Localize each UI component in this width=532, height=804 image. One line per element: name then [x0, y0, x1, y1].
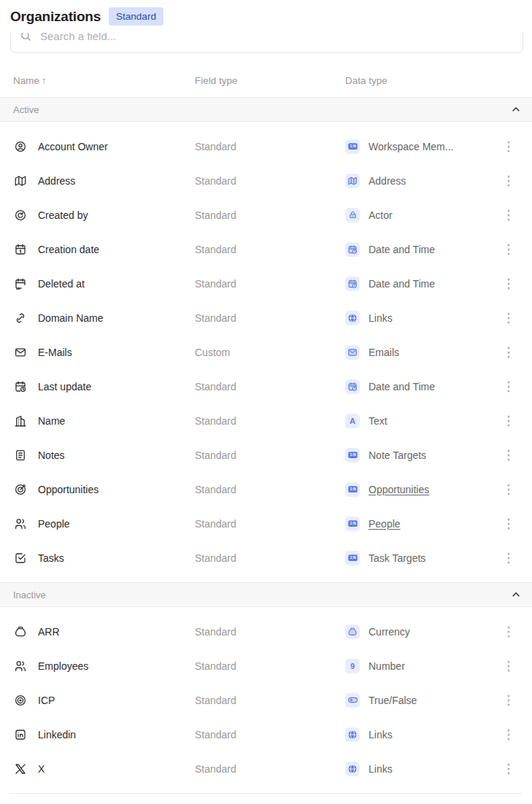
column-header-field-type: Field type: [195, 75, 238, 86]
dots-vertical-icon: [507, 312, 510, 325]
table-row[interactable]: NotesStandard1:NNote Targets: [0, 438, 532, 472]
data-type-cell: 1:NTask Targets: [345, 551, 425, 565]
row-menu-button[interactable]: [503, 727, 514, 743]
svg-text:1:N: 1:N: [350, 521, 355, 525]
row-menu-button[interactable]: [503, 550, 514, 566]
currency-icon: [345, 625, 360, 639]
row-menu-button[interactable]: [503, 276, 514, 292]
row-menu-button[interactable]: [503, 447, 514, 463]
table-row[interactable]: ICPStandardTrue/False: [0, 683, 532, 717]
row-menu-button[interactable]: [503, 139, 514, 155]
calendar-event-icon: [14, 243, 27, 256]
table-column-header: Name↑ Field type Data type: [0, 66, 532, 95]
row-menu-button[interactable]: [503, 516, 514, 532]
field-type: Standard: [195, 695, 236, 706]
dots-vertical-icon: [507, 728, 510, 741]
user-circle-icon: [14, 140, 27, 153]
data-type-label: Currency: [369, 626, 410, 638]
section-rows: ARRStandardCurrencyEmployeesStandard9Num…: [0, 607, 532, 793]
section-label: Active: [13, 104, 39, 115]
table-row[interactable]: Account OwnerStandard1:NWorkspace Mem...: [0, 129, 532, 163]
field-name: Last update: [38, 381, 91, 393]
bottom-divider: [10, 793, 522, 794]
field-name: Opportunities: [38, 484, 99, 495]
svg-text:1:N: 1:N: [350, 555, 355, 560]
field-name: Tasks: [38, 552, 64, 564]
data-type-label: Links: [369, 312, 393, 324]
field-name: ICP: [38, 695, 55, 706]
row-menu-button[interactable]: [503, 482, 514, 498]
dots-vertical-icon: [507, 449, 510, 462]
relation-icon: 1:N: [345, 482, 360, 497]
globe-icon: [345, 311, 360, 325]
table-row[interactable]: TasksStandard1:NTask Targets: [0, 541, 532, 575]
data-type-label: Links: [369, 729, 393, 741]
page-header: Organizations Standard: [0, 0, 532, 33]
data-type-cell: Links: [345, 311, 393, 325]
chevron-up-icon[interactable]: [511, 104, 521, 115]
data-type-label: Links: [369, 763, 393, 775]
table-row[interactable]: AddressStandardAddress: [0, 163, 532, 198]
field-type: Standard: [195, 278, 236, 290]
table-row[interactable]: Domain NameStandardLinks: [0, 301, 532, 335]
field-name: Name: [38, 415, 65, 427]
data-type-label[interactable]: People: [369, 518, 401, 530]
dots-vertical-icon: [507, 140, 510, 153]
data-type-cell: Emails: [345, 345, 399, 360]
field-type: Standard: [195, 312, 236, 324]
table-row[interactable]: PeopleStandard1:NPeople: [0, 506, 532, 541]
table-row[interactable]: LinkedinStandardLinks: [0, 717, 532, 751]
table-row[interactable]: ARRStandardCurrency: [0, 614, 532, 649]
table-row[interactable]: Created byStandardActor: [0, 198, 532, 232]
table-row[interactable]: NameStandardAText: [0, 403, 532, 438]
row-menu-button[interactable]: [503, 344, 514, 360]
svg-text:1:N: 1:N: [350, 487, 355, 491]
x-icon: [14, 762, 27, 776]
data-type-cell: 1:NPeople: [345, 517, 401, 531]
table-row[interactable]: E-MailsCustomEmails: [0, 335, 532, 369]
row-menu-button[interactable]: [503, 173, 514, 189]
row-menu-button[interactable]: [503, 624, 514, 640]
table-row[interactable]: OpportunitiesStandard1:NOpportunities: [0, 472, 532, 506]
data-type-cell: Address: [345, 174, 406, 188]
dots-vertical-icon: [507, 243, 510, 256]
calendar-clock-icon: [345, 242, 360, 257]
data-type-cell: Date and Time: [345, 379, 435, 394]
dots-vertical-icon: [507, 552, 510, 565]
table-row[interactable]: Creation dateStandardDate and Time: [0, 232, 532, 266]
column-header-name[interactable]: Name↑: [13, 75, 47, 86]
mail-icon: [14, 346, 27, 359]
table-row[interactable]: EmployeesStandard9Number: [0, 649, 532, 683]
row-menu-button[interactable]: [503, 241, 514, 258]
section-header-inactive[interactable]: Inactive: [0, 582, 532, 607]
data-type-cell: 1:NNote Targets: [345, 448, 426, 463]
table-row[interactable]: Last updateStandardDate and Time: [0, 369, 532, 403]
row-menu-button[interactable]: [503, 761, 514, 777]
row-menu-button[interactable]: [503, 207, 514, 223]
row-menu-button[interactable]: [503, 692, 514, 708]
row-menu-button[interactable]: [503, 413, 514, 429]
calendar-clock-icon: [345, 277, 360, 291]
checkbox-icon: [14, 552, 27, 565]
table-row[interactable]: XStandardLinks: [0, 751, 532, 786]
section-header-active[interactable]: Active: [0, 97, 532, 122]
map-icon: [14, 174, 27, 188]
data-type-label[interactable]: Opportunities: [369, 484, 429, 495]
section-rows: Account OwnerStandard1:NWorkspace Mem...…: [0, 122, 532, 582]
field-type: Standard: [195, 415, 236, 427]
data-type-label: Note Targets: [369, 449, 426, 461]
rotate-icon: [14, 209, 27, 222]
field-type: Standard: [195, 141, 236, 152]
row-menu-button[interactable]: [503, 379, 514, 395]
dots-vertical-icon: [507, 694, 510, 707]
table-row[interactable]: Deleted atStandardDate and Time: [0, 266, 532, 301]
calendar-minus-icon: [14, 277, 27, 290]
row-menu-button[interactable]: [503, 310, 514, 326]
field-name: ARR: [38, 626, 60, 638]
data-type-cell: 1:NOpportunities: [345, 482, 429, 497]
text-icon: A: [345, 414, 360, 428]
users-icon: [14, 660, 27, 673]
row-menu-button[interactable]: [503, 658, 514, 674]
mail-icon: [345, 345, 360, 360]
chevron-up-icon[interactable]: [511, 590, 521, 600]
